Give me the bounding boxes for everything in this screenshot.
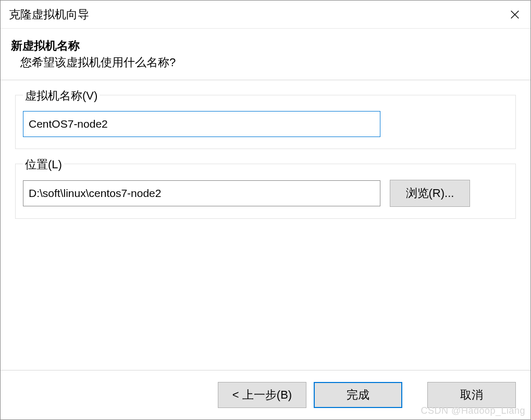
titlebar: 克隆虚拟机向导 xyxy=(1,1,530,29)
content-area: 虚拟机名称(V) 位置(L) 浏览(R)... xyxy=(1,80,530,219)
close-icon[interactable] xyxy=(505,5,524,24)
footer: < 上一步(B) 完成 取消 xyxy=(1,370,530,419)
location-row: 浏览(R)... xyxy=(23,180,508,207)
cancel-button[interactable]: 取消 xyxy=(427,382,516,408)
window-title: 克隆虚拟机向导 xyxy=(9,7,89,22)
vm-name-group: 虚拟机名称(V) xyxy=(15,95,516,149)
wizard-header: 新虚拟机名称 您希望该虚拟机使用什么名称? xyxy=(1,29,530,80)
location-input[interactable] xyxy=(23,180,380,206)
location-legend: 位置(L) xyxy=(23,157,64,172)
header-subtitle: 您希望该虚拟机使用什么名称? xyxy=(11,55,522,70)
browse-button[interactable]: 浏览(R)... xyxy=(390,180,470,207)
vm-name-input[interactable] xyxy=(23,111,380,137)
back-button[interactable]: < 上一步(B) xyxy=(218,382,306,408)
vm-name-legend: 虚拟机名称(V) xyxy=(23,88,100,104)
finish-button[interactable]: 完成 xyxy=(314,382,402,408)
location-group: 位置(L) 浏览(R)... xyxy=(15,164,516,219)
header-title: 新虚拟机名称 xyxy=(11,38,522,54)
